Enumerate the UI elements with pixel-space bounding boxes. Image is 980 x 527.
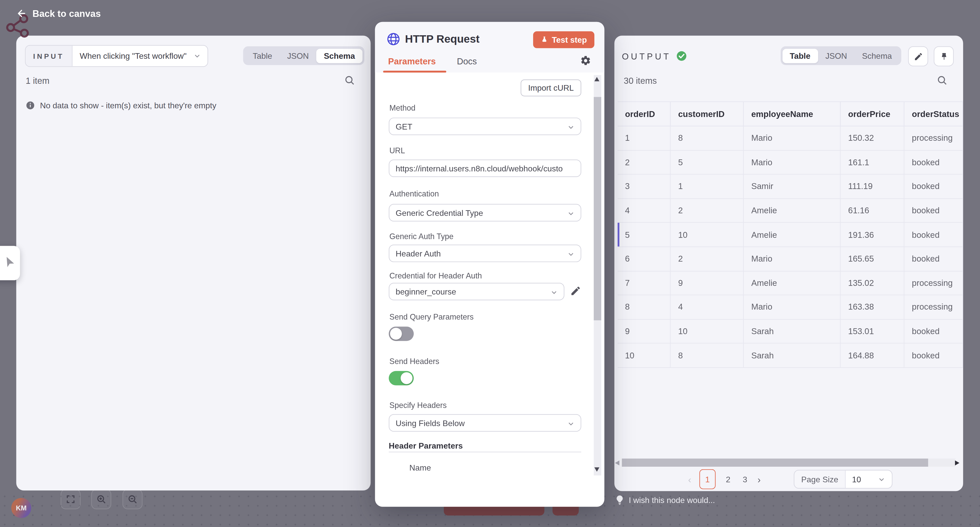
url-value: https://internal.users.n8n.cloud/webhook… — [396, 163, 563, 173]
page-next-icon[interactable]: › — [757, 474, 760, 484]
table-cell: 3 — [617, 175, 671, 199]
table-cell: Mario — [744, 150, 841, 175]
generic-auth-type-select[interactable]: Header Auth — [389, 245, 581, 262]
tab-parameters[interactable]: Parameters — [388, 56, 436, 66]
hscroll-right-arrow[interactable] — [955, 460, 959, 465]
page-prev-icon[interactable]: ‹ — [688, 474, 691, 484]
table-cell: 61.16 — [841, 199, 904, 223]
edit-credential-pencil-icon[interactable] — [570, 285, 581, 297]
lightbulb-icon — [616, 495, 624, 506]
pagination-pages: 123 — [699, 469, 749, 489]
fit-view-button[interactable] — [61, 489, 81, 509]
table-cell: Amelie — [744, 199, 841, 223]
table-header-cell: orderStatus — [904, 101, 963, 126]
table-cell: 150.32 — [841, 126, 904, 151]
input-tab-json[interactable]: JSON — [280, 48, 317, 63]
table-header-cell: orderID — [617, 101, 671, 126]
table-cell: 7 — [617, 271, 671, 295]
tab-docs[interactable]: Docs — [457, 56, 477, 66]
input-items-count: 1 item — [25, 76, 49, 86]
test-step-button[interactable]: Test step — [533, 31, 594, 48]
table-cell: 5 — [671, 150, 744, 175]
edit-output-button[interactable] — [908, 46, 928, 66]
hscroll-thumb[interactable] — [622, 458, 928, 467]
zoom-in-button[interactable] — [91, 489, 111, 509]
send-query-parameters-toggle[interactable] — [389, 326, 414, 341]
table-cell: 1 — [671, 175, 744, 199]
input-view-tabs: Table JSON Schema — [243, 46, 364, 65]
page-number-button[interactable]: 2 — [724, 474, 732, 484]
section-divider — [389, 452, 581, 452]
page-size-label: Page Size — [794, 471, 846, 488]
table-cell: Sarah — [744, 343, 841, 368]
table-cell: Samir — [744, 175, 841, 199]
hscroll-left-arrow[interactable] — [615, 460, 619, 465]
header-parameter-name-label: Name — [409, 463, 431, 472]
input-search-icon[interactable] — [344, 74, 356, 86]
table-cell: 135.02 — [841, 271, 904, 295]
zoom-in-icon — [96, 494, 107, 505]
output-tab-json[interactable]: JSON — [818, 48, 855, 63]
chevron-down-icon — [567, 123, 575, 131]
table-cell: Amelie — [744, 271, 841, 295]
fit-view-icon — [65, 494, 76, 504]
input-panel-label: INPUT — [25, 46, 72, 66]
node-settings-gear-icon[interactable] — [580, 55, 591, 66]
credential-value: beginner_course — [396, 287, 456, 296]
table-cell: 8 — [671, 126, 744, 151]
zoom-out-icon — [127, 494, 138, 505]
credential-select[interactable]: beginner_course — [389, 283, 564, 300]
chevron-down-icon — [567, 209, 575, 218]
node-feedback-link[interactable]: I wish this node would... — [616, 495, 715, 506]
user-avatar[interactable]: KM — [11, 498, 31, 518]
send-headers-toggle[interactable] — [389, 371, 414, 385]
table-cell: booked — [904, 247, 963, 271]
generic-auth-type-label: Generic Auth Type — [390, 232, 453, 241]
pin-icon — [939, 52, 948, 61]
page-number-button[interactable]: 3 — [741, 474, 749, 484]
back-to-canvas-button[interactable]: Back to canvas — [16, 8, 101, 19]
page-size-control[interactable]: Page Size 10 — [794, 470, 892, 489]
credential-label: Credential for Header Auth — [390, 271, 482, 280]
specify-headers-select[interactable]: Using Fields Below — [389, 414, 581, 432]
drag-cursor-hint — [0, 246, 20, 280]
table-cell: 9 — [617, 319, 671, 344]
table-cell: Mario — [744, 295, 841, 319]
pin-data-button[interactable] — [934, 46, 954, 66]
table-cell: 153.01 — [841, 319, 904, 344]
http-request-node-icon — [386, 32, 401, 46]
table-cell: 165.65 — [841, 247, 904, 271]
page-size-value: 10 — [852, 474, 861, 484]
table-cell: 5 — [617, 223, 671, 247]
output-tab-schema[interactable]: Schema — [854, 48, 899, 63]
input-source-selector[interactable]: INPUT When clicking "Test workflow" — [25, 45, 208, 67]
modal-scrollbar-thumb[interactable] — [594, 97, 601, 320]
table-cell: 164.88 — [841, 343, 904, 368]
output-view-tabs: Table JSON Schema — [780, 46, 901, 65]
import-curl-button[interactable]: Import cURL — [520, 80, 581, 96]
test-step-label: Test step — [552, 35, 587, 45]
output-tab-table[interactable]: Table — [782, 48, 818, 63]
input-empty-message: No data to show - item(s) exist, but the… — [40, 101, 216, 110]
page-number-button[interactable]: 1 — [699, 469, 716, 489]
output-search-icon[interactable] — [936, 74, 948, 86]
table-cell: 10 — [617, 343, 671, 368]
url-input[interactable]: https://internal.users.n8n.cloud/webhook… — [389, 160, 581, 177]
scroll-down-arrow[interactable] — [594, 467, 600, 471]
table-cell: 6 — [617, 247, 671, 271]
table-cell: 191.36 — [841, 223, 904, 247]
method-select[interactable]: GET — [389, 118, 581, 135]
method-value: GET — [396, 121, 412, 131]
url-label: URL — [390, 146, 405, 155]
send-headers-label: Send Headers — [390, 357, 439, 366]
table-cell: 10 — [671, 319, 744, 344]
scroll-up-arrow[interactable] — [594, 77, 600, 81]
authentication-select[interactable]: Generic Credential Type — [389, 204, 581, 222]
input-tab-schema[interactable]: Schema — [316, 48, 363, 63]
chevron-down-icon — [550, 288, 558, 297]
table-cell: processing — [904, 126, 963, 151]
pagination: ‹ 123 › — [688, 469, 760, 489]
input-tab-table[interactable]: Table — [245, 48, 280, 63]
table-cell: booked — [904, 150, 963, 175]
zoom-out-button[interactable] — [123, 489, 142, 509]
